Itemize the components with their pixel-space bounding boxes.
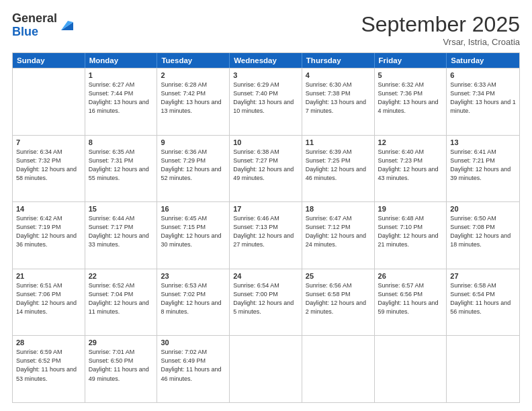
cal-cell: 13Sunrise: 6:41 AM Sunset: 7:21 PM Dayli… <box>447 136 519 202</box>
day-info: Sunrise: 6:42 AM Sunset: 7:19 PM Dayligh… <box>16 214 81 249</box>
cal-cell: 27Sunrise: 6:58 AM Sunset: 6:54 PM Dayli… <box>447 269 519 336</box>
day-info: Sunrise: 6:44 AM Sunset: 7:17 PM Dayligh… <box>89 214 154 249</box>
day-info: Sunrise: 6:59 AM Sunset: 6:52 PM Dayligh… <box>16 348 81 383</box>
day-info: Sunrise: 6:52 AM Sunset: 7:04 PM Dayligh… <box>89 281 154 316</box>
day-number: 13 <box>450 138 516 146</box>
day-number: 21 <box>16 272 81 280</box>
cal-cell: 19Sunrise: 6:48 AM Sunset: 7:10 PM Dayli… <box>375 202 447 269</box>
day-number: 5 <box>378 71 443 79</box>
day-info: Sunrise: 6:28 AM Sunset: 7:42 PM Dayligh… <box>161 81 226 116</box>
cal-cell <box>13 68 85 135</box>
cal-cell: 29Sunrise: 7:01 AM Sunset: 6:50 PM Dayli… <box>85 336 158 402</box>
cal-cell <box>375 336 447 402</box>
cal-cell: 10Sunrise: 6:38 AM Sunset: 7:27 PM Dayli… <box>230 136 302 202</box>
cal-cell: 5Sunrise: 6:32 AM Sunset: 7:36 PM Daylig… <box>375 68 447 135</box>
cal-cell: 26Sunrise: 6:57 AM Sunset: 6:56 PM Dayli… <box>375 269 447 336</box>
day-number: 10 <box>233 138 298 146</box>
subtitle: Vrsar, Istria, Croatia <box>361 37 520 47</box>
day-number: 4 <box>306 71 371 79</box>
cal-cell: 17Sunrise: 6:46 AM Sunset: 7:13 PM Dayli… <box>230 202 302 269</box>
day-number: 22 <box>89 272 154 280</box>
logo: General Blue <box>12 12 73 39</box>
cal-cell: 25Sunrise: 6:56 AM Sunset: 6:58 PM Dayli… <box>302 269 375 336</box>
day-info: Sunrise: 6:56 AM Sunset: 6:58 PM Dayligh… <box>306 281 371 316</box>
day-info: Sunrise: 6:47 AM Sunset: 7:12 PM Dayligh… <box>306 214 371 249</box>
cal-cell <box>447 336 519 402</box>
day-number: 3 <box>233 71 298 79</box>
calendar-body: 1Sunrise: 6:27 AM Sunset: 7:44 PM Daylig… <box>13 68 519 402</box>
cal-week-2: 7Sunrise: 6:34 AM Sunset: 7:32 PM Daylig… <box>13 135 519 202</box>
cal-cell: 2Sunrise: 6:28 AM Sunset: 7:42 PM Daylig… <box>157 68 230 135</box>
day-info: Sunrise: 7:01 AM Sunset: 6:50 PM Dayligh… <box>89 348 154 383</box>
header: General Blue September 2025 Vrsar, Istri… <box>12 12 520 47</box>
cal-header-tuesday: Tuesday <box>157 53 230 68</box>
day-info: Sunrise: 6:57 AM Sunset: 6:56 PM Dayligh… <box>378 281 443 316</box>
day-info: Sunrise: 6:27 AM Sunset: 7:44 PM Dayligh… <box>89 81 154 116</box>
day-number: 30 <box>161 338 226 347</box>
page: General Blue September 2025 Vrsar, Istri… <box>0 0 532 411</box>
day-number: 1 <box>89 71 154 79</box>
day-number: 15 <box>89 205 154 213</box>
month-title: September 2025 <box>361 12 520 37</box>
day-info: Sunrise: 7:02 AM Sunset: 6:49 PM Dayligh… <box>161 348 226 383</box>
cal-cell <box>230 336 302 402</box>
cal-header-sunday: Sunday <box>13 53 85 68</box>
day-info: Sunrise: 6:54 AM Sunset: 7:00 PM Dayligh… <box>233 281 298 316</box>
day-number: 6 <box>450 71 516 79</box>
cal-cell: 1Sunrise: 6:27 AM Sunset: 7:44 PM Daylig… <box>85 68 158 135</box>
day-info: Sunrise: 6:29 AM Sunset: 7:40 PM Dayligh… <box>233 81 298 116</box>
day-number: 14 <box>16 205 81 213</box>
calendar-header-row: SundayMondayTuesdayWednesdayThursdayFrid… <box>13 53 519 68</box>
day-number: 24 <box>233 272 298 280</box>
cal-header-wednesday: Wednesday <box>230 53 302 68</box>
cal-cell: 30Sunrise: 7:02 AM Sunset: 6:49 PM Dayli… <box>157 336 230 402</box>
cal-cell <box>302 336 375 402</box>
day-number: 17 <box>233 205 298 213</box>
day-number: 11 <box>306 138 371 146</box>
cal-header-friday: Friday <box>375 53 447 68</box>
day-number: 25 <box>306 272 371 280</box>
day-info: Sunrise: 6:39 AM Sunset: 7:25 PM Dayligh… <box>306 148 371 183</box>
cal-header-monday: Monday <box>85 53 158 68</box>
day-number: 28 <box>16 338 81 347</box>
day-info: Sunrise: 6:50 AM Sunset: 7:08 PM Dayligh… <box>450 214 516 249</box>
logo-icon <box>58 18 73 33</box>
calendar: SundayMondayTuesdayWednesdayThursdayFrid… <box>12 52 520 403</box>
cal-cell: 3Sunrise: 6:29 AM Sunset: 7:40 PM Daylig… <box>230 68 302 135</box>
cal-cell: 7Sunrise: 6:34 AM Sunset: 7:32 PM Daylig… <box>13 136 85 202</box>
day-number: 20 <box>450 205 516 213</box>
day-number: 26 <box>378 272 443 280</box>
cal-cell: 24Sunrise: 6:54 AM Sunset: 7:00 PM Dayli… <box>230 269 302 336</box>
cal-week-3: 14Sunrise: 6:42 AM Sunset: 7:19 PM Dayli… <box>13 201 519 269</box>
day-info: Sunrise: 6:46 AM Sunset: 7:13 PM Dayligh… <box>233 214 298 249</box>
day-info: Sunrise: 6:48 AM Sunset: 7:10 PM Dayligh… <box>378 214 443 249</box>
cal-cell: 9Sunrise: 6:36 AM Sunset: 7:29 PM Daylig… <box>157 136 230 202</box>
day-info: Sunrise: 6:38 AM Sunset: 7:27 PM Dayligh… <box>233 148 298 183</box>
cal-header-saturday: Saturday <box>447 53 519 68</box>
cal-cell: 23Sunrise: 6:53 AM Sunset: 7:02 PM Dayli… <box>157 269 230 336</box>
cal-cell: 22Sunrise: 6:52 AM Sunset: 7:04 PM Dayli… <box>85 269 158 336</box>
day-number: 18 <box>306 205 371 213</box>
cal-cell: 28Sunrise: 6:59 AM Sunset: 6:52 PM Dayli… <box>13 336 85 402</box>
day-info: Sunrise: 6:53 AM Sunset: 7:02 PM Dayligh… <box>161 281 226 316</box>
cal-cell: 6Sunrise: 6:33 AM Sunset: 7:34 PM Daylig… <box>447 68 519 135</box>
day-info: Sunrise: 6:51 AM Sunset: 7:06 PM Dayligh… <box>16 281 81 316</box>
day-number: 12 <box>378 138 443 146</box>
day-number: 16 <box>161 205 226 213</box>
day-info: Sunrise: 6:32 AM Sunset: 7:36 PM Dayligh… <box>378 81 443 116</box>
day-info: Sunrise: 6:35 AM Sunset: 7:31 PM Dayligh… <box>89 148 154 183</box>
cal-week-4: 21Sunrise: 6:51 AM Sunset: 7:06 PM Dayli… <box>13 269 519 336</box>
cal-cell: 20Sunrise: 6:50 AM Sunset: 7:08 PM Dayli… <box>447 202 519 269</box>
title-block: September 2025 Vrsar, Istria, Croatia <box>361 12 520 47</box>
day-number: 7 <box>16 138 81 146</box>
cal-cell: 11Sunrise: 6:39 AM Sunset: 7:25 PM Dayli… <box>302 136 375 202</box>
day-info: Sunrise: 6:45 AM Sunset: 7:15 PM Dayligh… <box>161 214 226 249</box>
logo-blue-text: Blue <box>12 26 57 39</box>
cal-cell: 8Sunrise: 6:35 AM Sunset: 7:31 PM Daylig… <box>85 136 158 202</box>
day-number: 9 <box>161 138 226 146</box>
day-info: Sunrise: 6:30 AM Sunset: 7:38 PM Dayligh… <box>306 81 371 116</box>
cal-cell: 18Sunrise: 6:47 AM Sunset: 7:12 PM Dayli… <box>302 202 375 269</box>
day-info: Sunrise: 6:40 AM Sunset: 7:23 PM Dayligh… <box>378 148 443 183</box>
day-number: 19 <box>378 205 443 213</box>
day-info: Sunrise: 6:58 AM Sunset: 6:54 PM Dayligh… <box>450 281 516 316</box>
